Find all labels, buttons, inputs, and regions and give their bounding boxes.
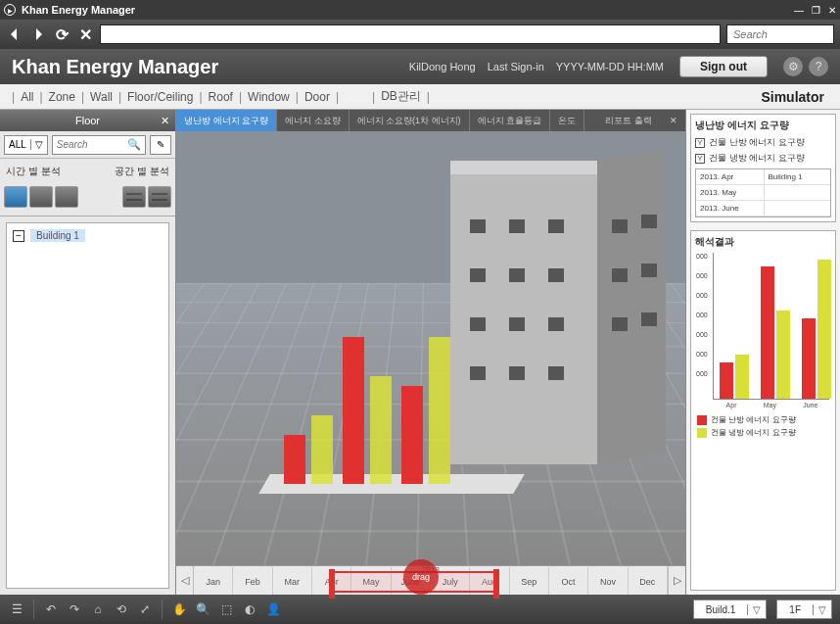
legend-swatch-red <box>697 415 707 425</box>
legend-cooling: 건물 냉방 에너지 요구량 <box>711 427 796 438</box>
browser-navbar: ⟳ ✕ <box>0 20 840 49</box>
user-name: KilDong Hong <box>409 61 476 72</box>
orbit-icon[interactable]: ◐ <box>241 600 258 618</box>
space-analysis-label: 공간 별 분석 <box>115 165 169 178</box>
nav-reload-button[interactable]: ⟳ <box>53 25 70 43</box>
app-title: Khan Energy Manager <box>12 56 218 78</box>
window-minimize-button[interactable]: — <box>794 5 804 16</box>
left-panel-title: Floor <box>75 115 100 126</box>
building-select[interactable]: Build.1 ▽ <box>693 600 768 619</box>
cat-wall[interactable]: Wall <box>86 90 117 104</box>
report-output-button[interactable]: 리포트 출력 <box>595 115 662 127</box>
vtab-consumption[interactable]: 에너지 소요량 <box>277 110 350 131</box>
menu-icon[interactable]: ☰ <box>8 600 25 618</box>
timeline-prev-button[interactable]: ◁ <box>176 566 194 595</box>
zoom-in-icon[interactable]: 🔍 <box>194 600 211 618</box>
building-tree: − Building 1 <box>6 222 169 589</box>
nav-forward-button[interactable] <box>29 25 47 43</box>
building-select-value: Build.1 <box>694 604 748 615</box>
app-logo-icon <box>4 4 16 16</box>
window-close-button[interactable]: ✕ <box>828 5 836 16</box>
checkbox-heating[interactable]: Y 건물 난방 에너지 요구량 <box>695 136 831 149</box>
refresh-icon[interactable]: ⟲ <box>113 600 130 618</box>
result-chart: 000 000 000 000 000 000 000 <box>713 253 829 400</box>
app-header: Khan Energy Manager KilDong Hong Last Si… <box>0 49 840 84</box>
x-label: June <box>803 402 817 408</box>
building-3d-model <box>450 161 666 464</box>
tree-item-building-1[interactable]: − Building 1 <box>13 229 163 242</box>
time-analysis-label: 시간 별 분석 <box>6 165 61 178</box>
view-mode-stack-2[interactable] <box>148 186 171 208</box>
url-bar[interactable] <box>100 24 721 44</box>
date-cell: 2013. May <box>696 185 764 201</box>
home-icon[interactable]: ⌂ <box>89 600 107 618</box>
filter-all-dropdown[interactable]: ALL ▽ <box>4 135 48 155</box>
filter-all-label: ALL <box>5 139 30 150</box>
chart-bar <box>761 266 774 399</box>
cat-roof[interactable]: Roof <box>205 90 237 104</box>
x-label: May <box>764 402 776 408</box>
viewport-tabs: 냉난방 에너지 요구량 에너지 소요량 에너지 소요량(1차 에너지) 에너지 … <box>176 110 685 131</box>
cat-floor-ceiling[interactable]: Floor/Ceiling <box>123 90 197 104</box>
window-title: Khan Energy Manager <box>22 4 135 16</box>
undo-icon[interactable]: ↶ <box>42 600 60 618</box>
settings-gear-icon[interactable]: ⚙ <box>783 57 803 76</box>
vtab-demand[interactable]: 냉난방 에너지 요구량 <box>176 110 277 131</box>
y-tick: 000 <box>696 272 708 279</box>
redo-icon[interactable]: ↷ <box>66 600 83 618</box>
building-cell: Building 1 <box>764 169 831 185</box>
view-mode-cube-2[interactable] <box>29 186 53 208</box>
sidebar-search[interactable]: 🔍 <box>52 135 146 155</box>
vtab-primary[interactable]: 에너지 소요량(1차 에너지) <box>350 110 470 131</box>
chevron-down-icon: ▽ <box>747 604 766 615</box>
cat-door[interactable]: Door <box>301 90 334 104</box>
vtab-temp[interactable]: 온도 <box>550 110 584 131</box>
timeline-year: 2013 <box>194 565 668 574</box>
timeline-next-button[interactable]: ▷ <box>668 566 685 595</box>
left-sidebar: Floor ✕ ALL ▽ 🔍 ✎ 시간 별 분석 공간 별 분석 <box>0 110 176 595</box>
timeline: ◁ 2013 Jan Feb Mar Apr May June July Aug… <box>176 565 685 595</box>
3d-viewport[interactable] <box>176 131 685 565</box>
vtabs-close-icon[interactable]: ✕ <box>662 116 685 125</box>
zoom-area-icon[interactable]: ⬚ <box>217 600 235 618</box>
floor-select[interactable]: 1F ▽ <box>776 600 832 619</box>
chart-bar <box>802 318 816 400</box>
cat-all[interactable]: All <box>17 90 37 104</box>
view-mode-stack-1[interactable] <box>122 186 146 208</box>
navbar-search-input[interactable] <box>726 24 834 44</box>
checkbox-cooling[interactable]: Y 건물 냉방 에너지 요구량 <box>695 152 831 165</box>
chart-legend: 건물 난방 에너지 요구량 건물 냉방 에너지 요구량 <box>697 414 829 438</box>
sidebar-search-input[interactable] <box>53 139 123 150</box>
pan-icon[interactable]: ✋ <box>170 600 188 618</box>
cat-window[interactable]: Window <box>244 90 294 104</box>
sign-out-button[interactable]: Sign out <box>679 56 768 77</box>
y-tick: 000 <box>696 253 708 260</box>
cat-db[interactable]: DB관리 <box>377 88 425 105</box>
cat-zone[interactable]: Zone <box>45 90 79 104</box>
view-mode-cube-1[interactable] <box>4 186 27 208</box>
walk-icon[interactable]: 👤 <box>264 600 282 618</box>
checkbox-icon: Y <box>695 154 705 164</box>
expand-icon[interactable]: ⤢ <box>136 600 154 618</box>
tree-collapse-icon[interactable]: − <box>13 230 24 242</box>
last-signin-label: Last Sign-in <box>488 61 544 72</box>
last-signin-value: YYYY-MM-DD HH:MM <box>556 61 664 72</box>
nav-stop-button[interactable]: ✕ <box>76 25 94 43</box>
date-building-table: 2013. Apr 2013. May 2013. June Building … <box>695 168 831 217</box>
legend-heating: 건물 난방 에너지 요구량 <box>711 414 796 425</box>
vtab-rating[interactable]: 에너지 효율등급 <box>470 110 551 131</box>
lasso-tool-icon[interactable]: ✎ <box>150 135 171 155</box>
category-bar: |All |Zone |Wall |Floor/Ceiling |Roof |W… <box>0 84 840 110</box>
timeline-months[interactable]: 2013 Jan Feb Mar Apr May June July Aug S… <box>194 567 668 595</box>
y-tick: 000 <box>696 292 708 299</box>
checkbox-cooling-label: 건물 냉방 에너지 요구량 <box>709 152 805 165</box>
help-icon[interactable]: ? <box>809 57 828 76</box>
window-maximize-button[interactable]: ❐ <box>812 5 820 16</box>
demand-panel: 냉난방 에너지 요구량 Y 건물 난방 에너지 요구량 Y 건물 냉방 에너지 … <box>690 114 836 222</box>
left-panel-close-icon[interactable]: ✕ <box>161 115 169 127</box>
search-icon[interactable]: 🔍 <box>123 138 145 151</box>
y-tick: 000 <box>696 312 708 318</box>
nav-back-button[interactable] <box>6 25 23 43</box>
x-label: Apr <box>726 402 737 408</box>
view-mode-cube-3[interactable] <box>55 186 78 208</box>
